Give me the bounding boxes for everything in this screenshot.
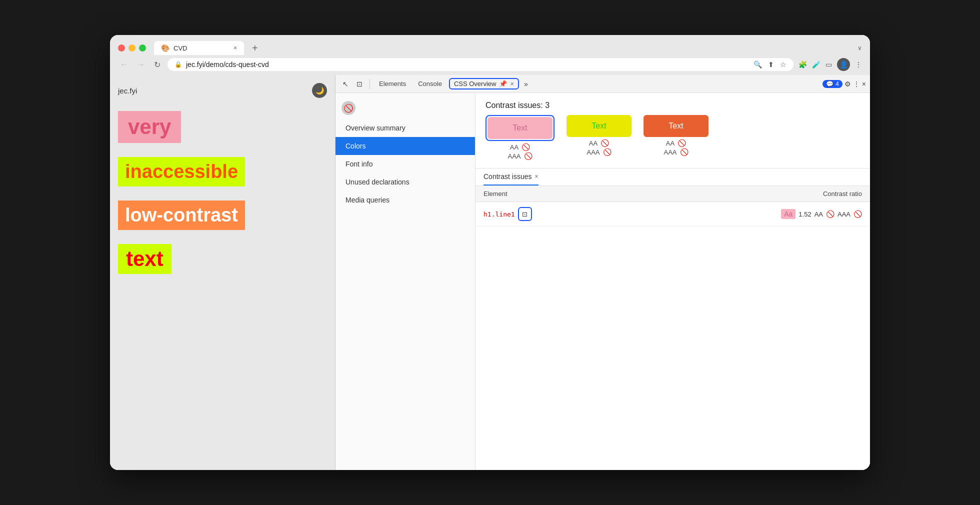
extensions-icon[interactable]: 🧩 (798, 60, 807, 68)
sidebar-item-colors[interactable]: Colors (336, 137, 475, 155)
webpage-area: jec.fyi 🌙 very inaccessible low-contrast… (110, 75, 335, 470)
color-btn-2[interactable]: Text (566, 115, 632, 137)
ratio-value: 1.52 (798, 210, 811, 218)
title-bar: 🎨 CVD × + ∨ (110, 35, 870, 55)
devtools-toolbar: ↖ ⊡ Elements Console CSS Overview 📌 × » … (336, 75, 870, 93)
color-box-3: Text AA 🚫 AAA 🚫 (644, 115, 708, 156)
aaa-text: AAA (838, 210, 850, 218)
sidebar-item-overview-summary[interactable]: Overview summary (336, 119, 475, 137)
back-button[interactable]: ← (118, 59, 130, 70)
sidebar-top: 🚫 (336, 97, 475, 119)
close-traffic-light[interactable] (118, 44, 125, 52)
split-view-icon[interactable]: ▭ (826, 60, 832, 68)
inspect-element-button[interactable]: ⊡ (518, 207, 532, 221)
color-box-2-labels: AA 🚫 AAA 🚫 (586, 139, 611, 156)
new-tab-button[interactable]: + (248, 42, 262, 54)
tab-close-button[interactable]: × (234, 44, 237, 52)
address-bar-row: ← → ↻ 🔒 jec.fyi/demo/cds-quest-cvd 🔍 ⬆ ☆… (110, 55, 870, 75)
word-very: very (118, 111, 181, 143)
color-box-3-labels: AA 🚫 AAA 🚫 (664, 139, 688, 156)
inspect-icon: ⊡ (522, 210, 528, 218)
chrome-actions: 🧩 🧪 ▭ 👤 ⋮ (798, 58, 862, 71)
dark-mode-toggle[interactable]: 🌙 (312, 83, 327, 98)
chrome-menu-icon[interactable]: ⋮ (855, 60, 862, 68)
search-icon[interactable]: 🔍 (754, 60, 762, 68)
moon-icon: 🌙 (316, 86, 324, 94)
devtools-window-icon[interactable]: ⊡ (354, 78, 366, 90)
aaa-label-2: AAA (586, 148, 600, 156)
col-element-header: Element (484, 190, 673, 198)
table-row: h1.line1 ⊡ Aa 1.52 AA 🚫 (476, 202, 870, 226)
active-tab[interactable]: 🎨 CVD × (154, 41, 244, 55)
contrast-issues-tab-close[interactable]: × (534, 173, 538, 180)
page-header: jec.fyi 🌙 (118, 83, 327, 98)
devtools-menu-icon[interactable]: ⋮ (853, 80, 860, 88)
devtools-settings-icon[interactable]: ⚙ (844, 80, 851, 88)
no-entry-icon: 🚫 (342, 101, 356, 115)
traffic-lights (118, 44, 146, 52)
contrast-header: Contrast issues: 3 (476, 93, 870, 115)
color-box-1-highlight: Text (486, 115, 554, 141)
aa-icon-1: 🚫 (522, 143, 530, 151)
address-text: jec.fyi/demo/cds-quest-cvd (186, 60, 269, 68)
devtools-close-icon[interactable]: × (862, 80, 866, 88)
color-btn-1[interactable]: Text (488, 117, 552, 139)
sidebar-item-unused-declarations[interactable]: Unused declarations (336, 173, 475, 191)
page-domain: jec.fyi (118, 86, 137, 95)
aaa-label-1: AAA (508, 152, 520, 160)
toolbar-divider (370, 79, 370, 89)
tab-css-overview[interactable]: CSS Overview 📌 × (449, 78, 519, 90)
share-icon[interactable]: ⬆ (768, 60, 774, 68)
tab-console[interactable]: Console (413, 78, 447, 90)
aaa-icon-1: 🚫 (524, 152, 532, 160)
aa-row-1: AA 🚫 (510, 143, 530, 151)
contrast-issues-section: Contrast issues × Element Contrast ratio (476, 168, 870, 470)
word-low-contrast: low-contrast (118, 200, 245, 230)
devtools-sidebar: 🚫 Overview summary Colors Font info Unus… (336, 93, 476, 470)
col-ratio-header: Contrast ratio (673, 190, 862, 198)
main-content: jec.fyi 🌙 very inaccessible low-contrast… (110, 75, 870, 470)
word-low-contrast-container: low-contrast (118, 196, 327, 235)
sidebar-item-font-info[interactable]: Font info (336, 155, 475, 173)
contrast-issues-tab[interactable]: Contrast issues × (484, 168, 538, 186)
browser-window: 🎨 CVD × + ∨ ← → ↻ 🔒 jec.fyi/demo/cds-que… (110, 35, 870, 470)
flask-icon[interactable]: 🧪 (812, 60, 820, 68)
aa-icon-2: 🚫 (600, 139, 609, 147)
word-inaccessible: inaccessible (118, 157, 245, 186)
css-overview-close[interactable]: × (510, 80, 514, 88)
sidebar-item-media-queries[interactable]: Media queries (336, 191, 475, 209)
address-actions: 🔍 ⬆ ☆ (754, 60, 786, 68)
bookmark-icon[interactable]: ☆ (780, 60, 786, 68)
aa-label-3: AA (666, 140, 674, 147)
tab-row: 🎨 CVD × + ∨ (118, 41, 862, 55)
aa-text: AA (814, 210, 823, 218)
more-tabs-button[interactable]: » (521, 78, 531, 90)
maximize-traffic-light[interactable] (139, 44, 146, 52)
word-text: text (118, 244, 172, 274)
devtools-body: 🚫 Overview summary Colors Font info Unus… (336, 93, 870, 470)
aaa-icon-3: 🚫 (680, 148, 688, 156)
tab-strip-end: ∨ (858, 44, 862, 52)
aaa-row-2: AAA 🚫 (586, 148, 611, 156)
word-inaccessible-container: inaccessible (118, 152, 327, 192)
forward-button[interactable]: → (135, 59, 147, 70)
profile-avatar[interactable]: 👤 (837, 58, 850, 71)
issues-table: Element Contrast ratio h1.line1 ⊡ (476, 186, 870, 226)
aa-row-3: AA 🚫 (666, 139, 686, 147)
aaa-row-3: AAA 🚫 (664, 148, 688, 156)
issues-badge[interactable]: 💬 4 (822, 80, 842, 88)
color-boxes: Text AA 🚫 AAA 🚫 (476, 115, 870, 168)
contrast-issues-tab-label: Contrast issues (484, 172, 532, 180)
tab-elements[interactable]: Elements (374, 78, 411, 90)
devtools-cursor-icon[interactable]: ↖ (340, 78, 352, 90)
minimize-traffic-light[interactable] (128, 44, 136, 52)
aa-row-2: AA 🚫 (589, 139, 609, 147)
color-btn-3[interactable]: Text (644, 115, 708, 137)
address-bar[interactable]: 🔒 jec.fyi/demo/cds-quest-cvd 🔍 ⬆ ☆ (168, 58, 794, 71)
pin-icon: 📌 (499, 80, 507, 88)
refresh-button[interactable]: ↻ (152, 59, 162, 70)
tab-title: CVD (174, 44, 187, 52)
aaa-row-1: AAA 🚫 (508, 152, 532, 160)
tab-favicon: 🎨 (161, 44, 170, 52)
element-code: h1.line1 (484, 210, 515, 218)
